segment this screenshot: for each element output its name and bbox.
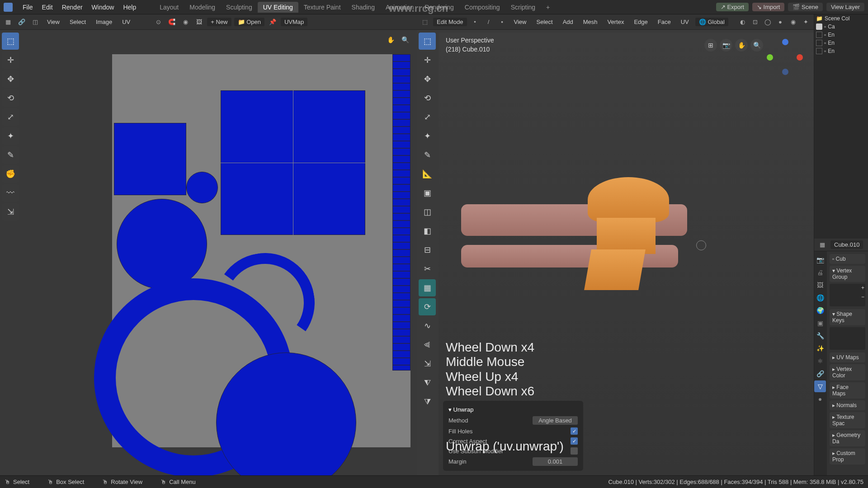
margin-field[interactable]: 0.001 bbox=[533, 457, 578, 466]
move-tool-3d[interactable]: ✥ bbox=[419, 70, 436, 88]
vp-face-menu[interactable]: Face bbox=[654, 18, 675, 26]
tab-animation[interactable]: Animation bbox=[380, 2, 419, 13]
transform-tool-3d[interactable]: ✦ bbox=[419, 127, 436, 145]
select-box-tool[interactable]: ⬚ bbox=[2, 33, 19, 50]
new-image-button[interactable]: + New bbox=[207, 18, 231, 26]
operator-title[interactable]: ▾ Unwrap bbox=[448, 404, 578, 415]
outliner[interactable]: 📁 Scene Col ▫ Ca ▫ En ▫ En ▫ En bbox=[814, 14, 868, 239]
zoom-icon[interactable]: 🔍 bbox=[400, 34, 410, 45]
camera-icon[interactable]: 📷 bbox=[720, 39, 732, 52]
scene-tab-icon[interactable]: 🌐 bbox=[814, 292, 826, 304]
outliner-item[interactable]: ▫ En bbox=[814, 31, 868, 39]
proportional-icon[interactable]: ◉ bbox=[180, 17, 191, 28]
import-button[interactable]: ↘ Import bbox=[752, 3, 784, 11]
shading-wireframe-icon[interactable]: ◯ bbox=[762, 17, 773, 28]
overlay-toggle-icon[interactable]: ◐ bbox=[737, 17, 748, 28]
tab-sculpting[interactable]: Sculpting bbox=[221, 2, 258, 13]
spin-tool[interactable]: ⟳ bbox=[419, 298, 436, 315]
material-tab-icon[interactable]: ● bbox=[814, 393, 826, 405]
image-browse-icon[interactable]: 🖼 bbox=[193, 17, 204, 28]
uv-select-menu[interactable]: Select bbox=[66, 18, 90, 26]
edge-select-icon[interactable]: / bbox=[483, 17, 494, 28]
vp-mesh-menu[interactable]: Mesh bbox=[580, 18, 601, 26]
edge-slide-tool[interactable]: ⫷ bbox=[419, 336, 436, 353]
tab-uv-editing[interactable]: UV Editing bbox=[258, 2, 298, 13]
export-button[interactable]: ↗ Export bbox=[716, 3, 749, 11]
menu-window[interactable]: Window bbox=[87, 4, 119, 11]
subsurf-checkbox[interactable] bbox=[571, 447, 578, 455]
xray-icon[interactable]: ⊡ bbox=[750, 17, 760, 28]
uvmaps-section[interactable]: ▸ UV Maps bbox=[830, 352, 865, 362]
polybuild-tool[interactable]: ▦ bbox=[419, 279, 436, 296]
object-name-field[interactable]: ▫ Cub bbox=[830, 254, 865, 264]
tab-texture-paint[interactable]: Texture Paint bbox=[298, 2, 346, 13]
inset-tool[interactable]: ◫ bbox=[419, 203, 436, 221]
z-axis-icon[interactable] bbox=[782, 39, 788, 45]
editor-type-icon[interactable]: ▦ bbox=[3, 17, 14, 28]
shading-solid-icon[interactable]: ● bbox=[775, 17, 786, 28]
zoom-icon[interactable]: 🔍 bbox=[750, 39, 763, 52]
texspace-section[interactable]: ▸ Texture Spac bbox=[830, 412, 865, 428]
tab-modeling[interactable]: Modeling bbox=[184, 2, 221, 13]
measure-tool[interactable]: 📐 bbox=[419, 165, 436, 183]
object-tab-icon[interactable]: ▣ bbox=[814, 317, 826, 329]
output-tab-icon[interactable]: 🖨 bbox=[814, 267, 826, 278]
scene-selector[interactable]: 🎬 Scene bbox=[788, 3, 823, 11]
scale-tool-3d[interactable]: ⤢ bbox=[419, 108, 436, 126]
physics-tab-icon[interactable]: ⚛ bbox=[814, 355, 826, 367]
pan-icon[interactable]: ✋ bbox=[735, 39, 748, 52]
orientation-gizmo[interactable] bbox=[767, 39, 803, 75]
select-tool[interactable]: ⬚ bbox=[419, 33, 436, 50]
rotate-tool-3d[interactable]: ⟲ bbox=[419, 89, 436, 107]
uv-image-menu[interactable]: Image bbox=[92, 18, 116, 26]
menu-help[interactable]: Help bbox=[118, 4, 141, 11]
annotate-tool[interactable]: ✎ bbox=[2, 146, 19, 164]
facemaps-section[interactable]: ▸ Face Maps bbox=[830, 382, 865, 399]
active-object-field[interactable]: Cube.010 bbox=[830, 240, 863, 249]
menu-file[interactable]: File bbox=[18, 4, 38, 11]
select-mode-icon[interactable]: ◫ bbox=[30, 17, 41, 28]
pivot-icon[interactable]: ⊙ bbox=[153, 17, 164, 28]
outliner-scene-row[interactable]: 📁 Scene Col bbox=[814, 14, 868, 23]
tab-add[interactable]: + bbox=[541, 2, 555, 13]
viewlayer-selector[interactable]: View Layer bbox=[826, 3, 864, 11]
app-logo-icon[interactable] bbox=[4, 3, 13, 12]
smooth-tool[interactable]: ∿ bbox=[419, 317, 436, 334]
vertex-groups-section[interactable]: ▾ Vertex Group bbox=[830, 266, 865, 282]
vcolor-section[interactable]: ▸ Vertex Color bbox=[830, 364, 865, 380]
vp-select-menu[interactable]: Select bbox=[533, 18, 557, 26]
vp-vertex-menu[interactable]: Vertex bbox=[604, 18, 628, 26]
shading-matprev-icon[interactable]: ◉ bbox=[788, 17, 798, 28]
orientation-selector[interactable]: 🌐 Global bbox=[695, 18, 728, 26]
aspect-checkbox[interactable]: ✓ bbox=[571, 437, 578, 445]
knife-tool[interactable]: ✂ bbox=[419, 260, 436, 277]
extrude-tool[interactable]: ▣ bbox=[419, 184, 436, 202]
geodata-section[interactable]: ▸ Geometry Da bbox=[830, 430, 865, 446]
render-tab-icon[interactable]: 📷 bbox=[814, 254, 826, 266]
shape-keys-section[interactable]: ▾ Shape Keys bbox=[830, 309, 865, 325]
rip-tool[interactable]: ⧩ bbox=[419, 393, 436, 410]
vp-edge-menu[interactable]: Edge bbox=[630, 18, 651, 26]
outliner-item[interactable]: ▫ En bbox=[814, 39, 868, 47]
shrink-tool[interactable]: ⇲ bbox=[419, 355, 436, 372]
cursor-tool[interactable]: ✛ bbox=[2, 52, 19, 69]
fillholes-checkbox[interactable]: ✓ bbox=[571, 427, 578, 435]
outliner-item[interactable]: ▫ En bbox=[814, 47, 868, 55]
viewlayer-tab-icon[interactable]: 🖼 bbox=[814, 279, 826, 291]
customprop-section[interactable]: ▸ Custom Prop bbox=[830, 448, 865, 465]
uvmap-selector[interactable]: UVMap bbox=[281, 18, 307, 26]
pinch-tool[interactable]: ⇲ bbox=[2, 203, 19, 221]
grid-icon[interactable]: ⊞ bbox=[704, 39, 717, 52]
vertex-select-icon[interactable]: • bbox=[470, 17, 481, 28]
mesh-data-tab-icon[interactable]: ▽ bbox=[814, 380, 826, 392]
annotate-tool-3d[interactable]: ✎ bbox=[419, 146, 436, 164]
viewport-canvas[interactable]: User Perspective (218) Cube.010 ⊞ 📷 ✋ 🔍 bbox=[439, 33, 814, 475]
bevel-tool[interactable]: ◧ bbox=[419, 222, 436, 239]
menu-render[interactable]: Render bbox=[57, 4, 87, 11]
move-tool[interactable]: ✥ bbox=[2, 70, 19, 88]
tab-scripting[interactable]: Scripting bbox=[505, 2, 541, 13]
method-dropdown[interactable]: Angle Based bbox=[533, 416, 578, 425]
open-image-button[interactable]: 📁 Open bbox=[234, 18, 264, 26]
face-select-icon[interactable]: ▪ bbox=[497, 17, 508, 28]
tab-layout[interactable]: Layout bbox=[154, 2, 184, 13]
